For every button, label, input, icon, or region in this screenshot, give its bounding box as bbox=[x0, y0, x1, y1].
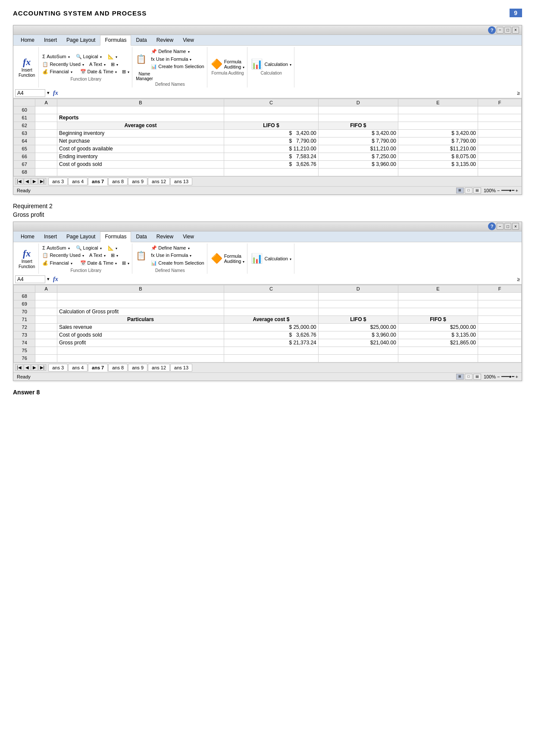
view2-layout[interactable]: □ bbox=[465, 374, 472, 380]
financial-button[interactable]: 💰 Financial ▾ bbox=[42, 68, 72, 76]
cell-a63[interactable] bbox=[35, 129, 57, 137]
cell-a67[interactable] bbox=[35, 160, 57, 168]
cell-a65[interactable] bbox=[35, 145, 57, 153]
cell2-c70[interactable] bbox=[224, 308, 319, 316]
cell-e64-val[interactable]: $ 7,790.00 bbox=[398, 137, 478, 145]
sheet-tab-ans7[interactable]: ans 7 bbox=[88, 178, 108, 185]
zoom2-slider[interactable]: ━━━●━ bbox=[501, 374, 514, 379]
zoom2-plus[interactable]: + bbox=[516, 374, 518, 379]
cell-b65-coga[interactable]: Cost of goods available bbox=[57, 145, 224, 153]
cell2-f76[interactable] bbox=[478, 354, 522, 362]
cell2-a71[interactable] bbox=[35, 316, 57, 323]
cell2-c73-val[interactable]: $ 3,626.76 bbox=[224, 331, 319, 339]
cell2-e69[interactable] bbox=[398, 300, 478, 308]
tab-insert[interactable]: Insert bbox=[39, 35, 62, 45]
sheet-tab-ans3[interactable]: ans 3 bbox=[48, 178, 68, 185]
cell-c66-val[interactable]: $ 7,583.24 bbox=[224, 153, 319, 160]
create-from-selection-button[interactable]: 📊 Create from Selection bbox=[151, 63, 204, 71]
cell2-a75[interactable] bbox=[35, 347, 57, 354]
cell2-f74[interactable] bbox=[478, 339, 522, 347]
help-button[interactable]: ? bbox=[488, 26, 496, 34]
cell2-b75[interactable] bbox=[57, 347, 224, 354]
cell-a61[interactable] bbox=[35, 114, 57, 122]
tab2-view[interactable]: View bbox=[178, 231, 199, 242]
cell-d62-fifo[interactable]: FIFO $ bbox=[318, 122, 398, 129]
cell2-c72-val[interactable]: $ 25,000.00 bbox=[224, 323, 319, 331]
cell2-c68[interactable] bbox=[224, 292, 319, 300]
cell-e66-val[interactable]: $ 8,075.00 bbox=[398, 153, 478, 160]
tab2-page-layout[interactable]: Page Layout bbox=[62, 231, 100, 242]
cell2-c74-val[interactable]: $ 21,373.24 bbox=[224, 339, 319, 347]
cell-e65-val[interactable]: $11,210.00 bbox=[398, 145, 478, 153]
use-in-formula-button[interactable]: fx Use in Formula ▾ bbox=[151, 56, 204, 63]
formula-bar-expand[interactable]: ▾ bbox=[47, 90, 50, 96]
cell2-e75[interactable] bbox=[398, 347, 478, 354]
insert-function-button[interactable]: fx InsertFunction bbox=[15, 47, 39, 87]
tab-home[interactable]: Home bbox=[16, 35, 39, 45]
cell-f66[interactable] bbox=[478, 153, 522, 160]
logical-button-2[interactable]: 🔍 Logical ▾ bbox=[76, 244, 102, 252]
logical-button[interactable]: 🔍 Logical ▾ bbox=[76, 53, 102, 61]
formula-bar-scroll[interactable]: ≥ bbox=[517, 90, 520, 96]
tab2-data[interactable]: Data bbox=[131, 231, 151, 242]
sheet-tab-ans13[interactable]: ans 13 bbox=[170, 178, 192, 185]
sheet2-nav-prev[interactable]: ◀ bbox=[24, 364, 31, 371]
sheet-tab-ans9[interactable]: ans 9 bbox=[128, 178, 147, 185]
sheet-tab-ans12[interactable]: ans 12 bbox=[148, 178, 170, 185]
tab-review[interactable]: Review bbox=[152, 35, 178, 45]
autosum-button-2[interactable]: Σ AutoSum ▾ bbox=[42, 244, 69, 252]
math-button[interactable]: 📐 ▾ bbox=[108, 53, 117, 61]
cell2-a68[interactable] bbox=[35, 292, 57, 300]
cell-b67-cogs[interactable]: Cost of goods sold bbox=[57, 160, 224, 168]
datetime-button[interactable]: 📅 Date & Time ▾ bbox=[80, 68, 117, 76]
cell-b61-reports[interactable]: Reports bbox=[57, 114, 224, 122]
minimize-button[interactable]: − bbox=[497, 27, 504, 34]
cell2-d72-val[interactable]: $25,000.00 bbox=[318, 323, 398, 331]
text-button[interactable]: A Text ▾ bbox=[89, 61, 106, 69]
cell-c67-val[interactable]: $ 3,626.76 bbox=[224, 160, 319, 168]
zoom2-minus[interactable]: − bbox=[497, 374, 500, 379]
cell2-d69[interactable] bbox=[318, 300, 398, 308]
cell-b64-net-pur[interactable]: Net purchase bbox=[57, 137, 224, 145]
cell2-e76[interactable] bbox=[398, 354, 478, 362]
calculation-button[interactable]: Calculation ▾ bbox=[264, 62, 291, 67]
cell2-f70[interactable] bbox=[478, 308, 522, 316]
cell2-a70[interactable] bbox=[35, 308, 57, 316]
tab2-formulas[interactable]: Formulas bbox=[100, 231, 131, 242]
cell2-e71-fifo[interactable]: FIFO $ bbox=[398, 316, 478, 323]
tab-page-layout[interactable]: Page Layout bbox=[62, 35, 100, 45]
cell2-a69[interactable] bbox=[35, 300, 57, 308]
cell2-f75[interactable] bbox=[478, 347, 522, 354]
restore-button-2[interactable]: □ bbox=[504, 223, 511, 230]
cell2-c69[interactable] bbox=[224, 300, 319, 308]
cell2-f73[interactable] bbox=[478, 331, 522, 339]
help-button-2[interactable]: ? bbox=[488, 222, 496, 230]
sheet-tab-ans8[interactable]: ans 8 bbox=[108, 178, 128, 185]
view2-page-break[interactable]: ▤ bbox=[473, 374, 481, 380]
cell2-e70[interactable] bbox=[398, 308, 478, 316]
cell-e63-val[interactable]: $ 3,420.00 bbox=[398, 129, 478, 137]
restore-button[interactable]: □ bbox=[504, 27, 511, 34]
cell-e60[interactable] bbox=[398, 106, 478, 114]
formula-auditing-button[interactable]: FormulaAuditing ▾ bbox=[224, 59, 245, 69]
cell2-b73-cogs[interactable]: Cost of goods sold bbox=[57, 331, 224, 339]
autosum-button[interactable]: Σ AutoSum ▾ bbox=[42, 53, 69, 61]
cell-e68[interactable] bbox=[398, 168, 478, 176]
cell-f65[interactable] bbox=[478, 145, 522, 153]
minimize-button-2[interactable]: − bbox=[497, 223, 504, 230]
cell-d66-val[interactable]: $ 7,250.00 bbox=[318, 153, 398, 160]
cell-d67-val[interactable]: $ 3,960.00 bbox=[318, 160, 398, 168]
cell2-c71-avg[interactable]: Average cost $ bbox=[224, 316, 319, 323]
financial-button-2[interactable]: 💰 Financial ▾ bbox=[42, 259, 72, 267]
insert-function-button-2[interactable]: fx InsertFunction bbox=[15, 244, 39, 274]
cell-c65-val[interactable]: $ 11,210.00 bbox=[224, 145, 319, 153]
cell-c68[interactable] bbox=[224, 168, 319, 176]
cell2-c75[interactable] bbox=[224, 347, 319, 354]
cell-d61[interactable] bbox=[318, 114, 398, 122]
cell2-a73[interactable] bbox=[35, 331, 57, 339]
cell2-b76[interactable] bbox=[57, 354, 224, 362]
cell2-f68[interactable] bbox=[478, 292, 522, 300]
sheet-tab-ans4[interactable]: ans 4 bbox=[68, 178, 88, 185]
more-functions-button[interactable]: ⊞ ▾ bbox=[111, 61, 118, 69]
cell2-a72[interactable] bbox=[35, 323, 57, 331]
